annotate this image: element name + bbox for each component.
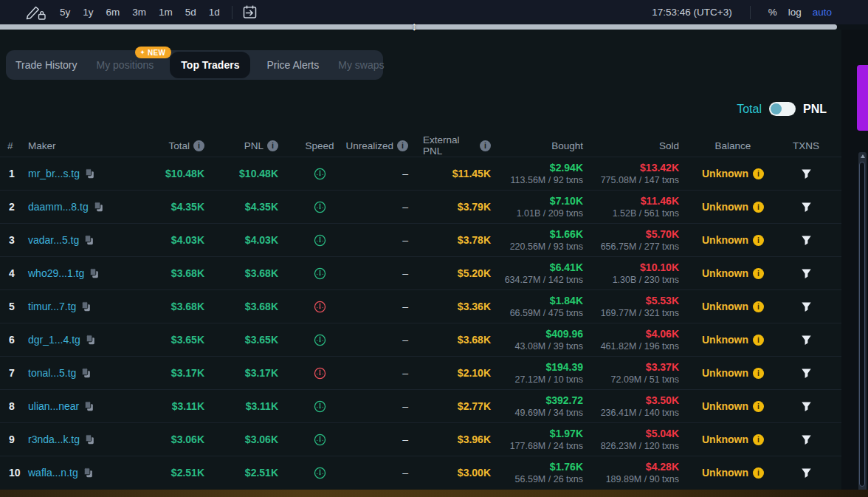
rank: 7 (7, 367, 28, 379)
scroll-up-arrow-icon[interactable] (861, 154, 865, 158)
txns-filter-button[interactable] (781, 202, 831, 213)
bought-volume: 113.56M / 92 txns (497, 175, 583, 185)
tab-label: Price Alerts (266, 59, 319, 71)
sold-value: $3.50K (589, 394, 679, 406)
txns-filter-button[interactable] (781, 268, 831, 279)
table-row: 6 dgr_1...4.tg $3.65K $3.65K (0, 323, 841, 356)
maker-cell: tonal...5.tg (28, 367, 139, 379)
info-icon[interactable]: i (397, 140, 408, 151)
toggle-label-total[interactable]: Total (737, 103, 762, 116)
cutoff-purple-widget[interactable] (857, 65, 868, 131)
range-5d[interactable]: 5d (180, 4, 202, 20)
balance-value: Unknown (702, 400, 748, 412)
txns-filter-button[interactable] (781, 434, 831, 445)
range-3m[interactable]: 3m (127, 4, 151, 20)
txns-filter-button[interactable] (781, 467, 831, 479)
range-1m[interactable]: 1m (154, 4, 178, 20)
copy-address-icon[interactable] (83, 467, 93, 478)
range-1d[interactable]: 1d (204, 4, 225, 20)
copy-address-icon[interactable] (85, 168, 94, 179)
copy-address-icon[interactable] (85, 434, 94, 445)
tab-price-alerts[interactable]: Price Alerts (266, 59, 319, 71)
total-value: $3.06K (139, 433, 209, 445)
balance-info-icon[interactable]: i (753, 235, 764, 246)
copy-address-icon[interactable] (86, 335, 95, 345)
rank: 8 (7, 400, 28, 412)
txns-filter-button[interactable] (781, 335, 831, 346)
maker-cell: daamm...8.tg (28, 201, 139, 213)
balance-info-icon[interactable]: i (753, 335, 764, 346)
txns-filter-button[interactable] (781, 168, 831, 179)
copy-address-icon[interactable] (81, 301, 91, 312)
info-icon[interactable]: i (267, 140, 278, 151)
toolbar-divider (232, 6, 232, 19)
maker-link[interactable]: tonal...5.tg (28, 367, 76, 379)
txns-filter-button[interactable] (781, 401, 831, 412)
copy-address-icon[interactable] (89, 268, 99, 278)
tab-trade-history[interactable]: Trade History (16, 59, 78, 71)
table-scrollbar[interactable] (858, 152, 867, 493)
edit-lock-icon[interactable] (22, 4, 50, 21)
balance-info-icon[interactable]: i (753, 401, 764, 412)
balance-info-icon[interactable]: i (753, 268, 764, 279)
unrealized-value: – (356, 467, 423, 479)
sold-cell: $5.70K 656.75M / 277 txns (589, 228, 685, 252)
range-5y[interactable]: 5y (55, 4, 75, 20)
maker-link[interactable]: wafla...n.tg (28, 467, 78, 479)
panel-resize-divider[interactable]: ↕ (0, 24, 837, 30)
range-1y[interactable]: 1y (78, 4, 98, 20)
external-pnl-value: $3.78K (423, 234, 497, 246)
balance-info-icon[interactable]: i (753, 368, 764, 379)
tab-top-traders[interactable]: Top Traders (170, 52, 250, 78)
balance-info-icon[interactable]: i (753, 301, 764, 312)
table-row: 1 mr_br...s.tg $10.48K $10.48K (0, 157, 841, 190)
copy-address-icon[interactable] (84, 401, 94, 411)
resize-handle-icon[interactable]: ↕ (411, 18, 417, 35)
total-pnl-switch[interactable] (769, 102, 796, 116)
unrealized-value: – (356, 267, 423, 279)
external-pnl-value: $3.79K (423, 201, 497, 213)
copy-address-icon[interactable] (84, 235, 94, 245)
rank: 1 (7, 168, 28, 179)
bought-cell: $392.72 49.69M / 34 txns (497, 394, 589, 418)
rank: 9 (7, 433, 28, 445)
maker-link[interactable]: r3nda...k.tg (28, 433, 80, 445)
maker-link[interactable]: vadar...5.tg (28, 234, 79, 246)
sold-volume: 189.89M / 90 txns (589, 474, 679, 484)
bought-cell: $409.96 43.08M / 39 txns (497, 328, 589, 352)
maker-link[interactable]: daamm...8.tg (28, 201, 89, 213)
speed-gauge-icon (314, 367, 326, 380)
log-scale-button[interactable]: log (788, 7, 802, 18)
top-traders-panel: Trade History My positions ✦ NEW Top Tra… (0, 30, 841, 497)
clock-timezone-button[interactable]: 17:53:46 (UTC+3) (652, 7, 731, 18)
copy-address-icon[interactable] (94, 202, 103, 212)
tab-my-positions[interactable]: My positions ✦ NEW (97, 59, 154, 71)
info-icon[interactable]: i (480, 140, 491, 151)
maker-link[interactable]: dgr_1...4.tg (28, 334, 80, 346)
balance-info-icon[interactable]: i (753, 467, 764, 479)
balance-value: Unknown (702, 201, 748, 213)
txns-filter-button[interactable] (781, 235, 831, 246)
percent-scale-button[interactable]: % (768, 7, 777, 18)
info-icon[interactable]: i (193, 140, 204, 151)
range-6m[interactable]: 6m (101, 4, 125, 20)
maker-link[interactable]: mr_br...s.tg (28, 168, 80, 179)
speed-cell (283, 467, 356, 479)
balance-value: Unknown (702, 234, 748, 246)
tab-my-swaps[interactable]: My swaps (338, 59, 384, 71)
go-to-date-icon[interactable] (239, 4, 261, 20)
scrollbar-thumb[interactable] (859, 162, 865, 487)
maker-link[interactable]: ulian...near (28, 400, 79, 412)
rank: 2 (7, 201, 28, 213)
copy-address-icon[interactable] (81, 368, 91, 378)
balance-info-icon[interactable]: i (753, 202, 764, 213)
auto-scale-button[interactable]: auto (813, 7, 832, 18)
txns-filter-button[interactable] (781, 301, 831, 312)
balance-info-icon[interactable]: i (753, 434, 764, 445)
maker-link[interactable]: who29...1.tg (28, 267, 84, 279)
balance-cell: Unknown i (685, 367, 781, 379)
txns-filter-button[interactable] (781, 368, 831, 379)
maker-link[interactable]: timur...7.tg (28, 301, 76, 312)
toggle-label-pnl[interactable]: PNL (803, 103, 827, 116)
balance-info-icon[interactable]: i (753, 168, 764, 179)
